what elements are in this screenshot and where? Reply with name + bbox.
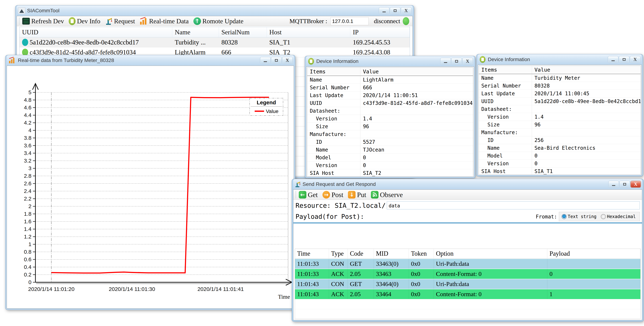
column-header-uuid[interactable]: UUID [20,27,172,37]
minimize-icon [612,185,615,186]
info-item-label: Serial Number [479,82,532,90]
svg-text:4.8: 4.8 [24,97,32,103]
info-item-label: Manufacture: [307,130,360,138]
info-item-value: Turbidity Meter [532,74,640,82]
info-item-value [532,105,640,113]
request-button[interactable]: Request [105,17,135,25]
svg-text:5: 5 [28,89,32,95]
info-row: Version0 [479,160,640,168]
realtime-data-button[interactable]: Real-time Data [140,17,189,25]
column-header-type[interactable]: Type [329,249,348,258]
device-status-dot [22,39,28,46]
maximize-icon [455,60,458,62]
svg-text:2.8: 2.8 [24,173,32,179]
device-table-header: UUID Name SerialNum Host IP [20,27,410,38]
refresh-dev-icon [22,18,30,24]
column-header-payload[interactable]: Payload [547,249,640,258]
message-row-empty [295,310,640,319]
message-row[interactable]: 11:01:33CONGET33463(0)0x0Uri-Path:data [295,259,640,269]
message-row[interactable]: 11:01:43ACK2.05334640x0Content-Format: 0… [295,289,640,299]
maximize-button[interactable] [390,8,400,14]
info-row: NameTurbidity Meter [479,74,640,82]
info-item-label: Version [307,162,360,169]
refresh-dev-button[interactable]: Refresh Dev [22,17,64,25]
radio-text-string[interactable]: Text string [562,214,596,219]
dev-info-button[interactable]: Dev Info [69,17,100,25]
maximize-button[interactable] [619,56,629,63]
device-info-titlebar[interactable]: Device Information X [306,56,474,66]
column-header-ip[interactable]: IP [350,27,410,37]
minimize-button[interactable] [608,181,619,188]
column-header-time[interactable]: Time [295,249,329,258]
svg-text:Legend: Legend [257,100,276,106]
realtime-chart-window: Real-time data from Turbidity Meter_8032… [6,55,295,310]
maximize-icon [394,10,396,12]
device-row[interactable]: 5a1d22d0-ce8b-49ee-8edb-0e42c8ccbd17Turb… [20,38,410,47]
put-button[interactable]: ↓ Put [348,191,366,199]
close-button[interactable]: X [630,56,640,63]
minimize-button[interactable] [608,56,618,63]
column-header-option[interactable]: Option [434,249,547,258]
remote-update-button[interactable]: ↑ Romote Update [194,17,244,25]
observe-button[interactable]: Observe [371,191,403,199]
post-button[interactable]: → Post [322,191,343,199]
minimize-button[interactable] [440,58,450,64]
message-row[interactable]: 11:01:33ACK2.05334630x0Content-Format: 0… [295,269,640,279]
get-icon: ← [299,191,306,198]
info-item-label: Serial Number [307,84,360,91]
toolbar-grip [296,191,296,198]
maximize-button[interactable] [271,57,282,64]
close-button[interactable]: X [401,8,411,14]
maximize-icon [623,58,626,61]
device-info-table: Items Value NameTurbidity MeterSerial Nu… [478,66,641,174]
maximize-button[interactable] [620,181,630,188]
column-header-token[interactable]: Token [409,249,434,258]
request-titlebar[interactable]: Send Request and Get Respond X [293,179,642,190]
column-header-mid[interactable]: MID [374,249,409,258]
message-code: 2.05 [348,289,374,299]
svg-text:3.2: 3.2 [24,158,32,164]
minimize-button[interactable] [379,8,389,14]
mqtt-broker-input[interactable]: 127.0.0.1 [330,17,368,25]
message-row[interactable]: 11:01:43CONGET33464(0)0x0Uri-Path:data [295,279,640,289]
chart-titlebar[interactable]: Real-time data from Turbidity Meter_8032… [7,55,294,66]
main-toolbar: Refresh Dev Dev Info Request Real-time D… [17,16,412,26]
radio-selected-icon [562,214,566,219]
minimize-button[interactable] [260,57,270,64]
close-button[interactable]: X [462,58,473,64]
get-label: Get [308,191,318,199]
info-item-value: 96 [360,122,473,130]
message-time: 11:01:43 [295,289,329,299]
info-row: Model0 [479,152,640,160]
close-button[interactable]: X [630,181,641,188]
info-row: Manufacture: [307,130,473,138]
mqtt-broker-label: MQTTBroker : [290,18,328,24]
disconnect-label[interactable]: disconnect [374,18,400,24]
info-column-value: Value [532,66,640,74]
info-item-value: 0 [360,162,473,169]
column-header-serialnum[interactable]: SerialNum [219,27,267,37]
resource-input[interactable]: data [387,202,640,210]
info-column-items: Items [479,66,532,74]
payload-label: Payload(for Post): [296,213,364,220]
svg-text:3.6: 3.6 [24,142,32,148]
message-code: GET [348,279,374,289]
info-item-label: Name [479,74,532,82]
put-label: Put [357,191,366,199]
message-type: CON [329,259,348,269]
column-header-code[interactable]: Code [348,249,374,258]
device-info-titlebar[interactable]: Device Information X [478,54,642,65]
message-payload [547,259,640,269]
close-button[interactable]: X [282,57,292,64]
info-item-value: 1.4 [532,113,640,120]
main-titlebar[interactable]: SIACommTool X [17,6,413,16]
maximize-button[interactable] [452,58,462,64]
info-item-label: UUID [307,99,360,107]
column-header-name[interactable]: Name [172,27,219,37]
radio-hexadecimal[interactable]: Hexadecimal [601,214,636,219]
get-button[interactable]: ← Get [299,191,318,199]
payload-textarea[interactable] [293,223,642,247]
radio-unselected-icon [601,214,606,219]
remote-update-label: Romote Update [202,17,244,25]
column-header-host[interactable]: Host [267,27,350,37]
